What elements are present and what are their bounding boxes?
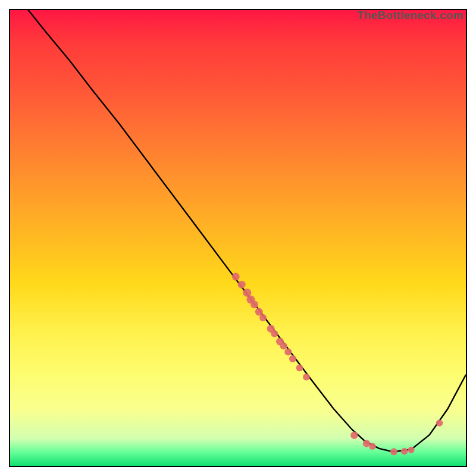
chart-container: TheBottleneck.com <box>0 0 476 476</box>
data-marker <box>350 431 358 439</box>
data-marker <box>408 447 415 453</box>
bottleneck-curve <box>10 10 466 452</box>
data-marker <box>436 419 443 427</box>
data-marker <box>303 374 310 381</box>
data-marker <box>369 443 376 450</box>
data-marker <box>271 330 278 337</box>
data-marker <box>401 448 408 455</box>
chart-svg <box>10 10 466 466</box>
data-marker <box>259 314 267 321</box>
data-marker <box>238 281 246 289</box>
plot-area: TheBottleneck.com <box>9 9 467 467</box>
data-marker <box>232 273 240 281</box>
data-marker <box>390 448 397 455</box>
curve-path <box>10 10 466 452</box>
data-marker <box>280 343 287 350</box>
data-marker <box>250 300 258 308</box>
data-marker <box>289 355 296 362</box>
data-marker <box>284 349 292 356</box>
data-markers <box>232 273 443 456</box>
data-marker <box>296 365 303 372</box>
watermark-label: TheBottleneck.com <box>357 9 464 22</box>
